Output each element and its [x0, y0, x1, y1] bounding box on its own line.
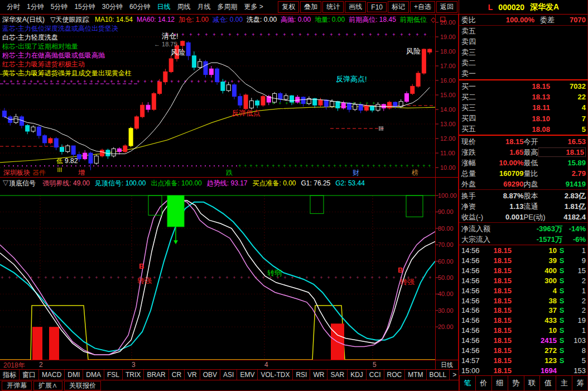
- tape-price: 18.15: [484, 366, 512, 375]
- menu-period-更多 >[interactable]: 更多 >: [244, 2, 263, 12]
- sub-indicator-name[interactable]: ▽顶底信号: [2, 179, 36, 187]
- sub-field-1: 见顶信号: 100.00: [95, 179, 146, 187]
- rp-tab-筹[interactable]: 筹: [572, 376, 588, 390]
- ticker-item-4: 财: [353, 168, 359, 178]
- tape-side: S: [557, 287, 567, 295]
- indicator-VOL-TDX[interactable]: VOL-TDX: [258, 370, 293, 380]
- indicator-WR[interactable]: WR: [310, 370, 327, 380]
- indicator-DMA[interactable]: DMA: [83, 370, 104, 380]
- sub-indicator-chart[interactable]: 100.0090.0080.0070.0060.0050.0040.0030.0…: [0, 188, 459, 360]
- indicator-CCI[interactable]: CCI: [367, 370, 384, 380]
- ticker-item-3: 跌: [226, 168, 233, 178]
- plot-right-border: [435, 15, 436, 370]
- svg-text:+: +: [327, 275, 330, 280]
- indicator-SAR[interactable]: SAR: [327, 370, 348, 380]
- tape-price: 18.15: [484, 356, 512, 365]
- menu-period-日线[interactable]: 日线: [157, 2, 170, 12]
- tape-count: 5: [567, 356, 586, 365]
- toolbar-button-复权[interactable]: 复权: [278, 1, 299, 13]
- menu-period-1分钟[interactable]: 1分钟: [27, 2, 44, 12]
- buy-label-3: 买三: [461, 103, 484, 113]
- svg-text:100.00: 100.00: [438, 192, 457, 199]
- tape-count: 19: [567, 316, 586, 325]
- rp-tab-值[interactable]: 值: [539, 376, 556, 390]
- indicator-VR[interactable]: VR: [185, 370, 200, 380]
- status-button-开弹幕[interactable]: 开弹幕: [2, 381, 32, 390]
- weibi-values: 委比100.00%委差7070: [459, 15, 588, 25]
- tape-side: S: [557, 266, 567, 275]
- status-button-关联报价[interactable]: 关联报价: [64, 381, 101, 390]
- tape-count: 9: [567, 256, 586, 265]
- tape-price: 18.15: [484, 297, 512, 305]
- indicator-BRAR[interactable]: BRAR: [144, 370, 168, 380]
- svg-text:+: +: [320, 275, 322, 280]
- svg-text:+: +: [220, 32, 223, 37]
- indicator->[interactable]: >: [450, 370, 459, 380]
- rp-tab-势[interactable]: 势: [508, 376, 524, 390]
- svg-text:+: +: [305, 163, 308, 169]
- tape-count: 15: [567, 266, 586, 275]
- menu-period-月线[interactable]: 月线: [197, 2, 210, 12]
- legend-line-0: 蓝芯-主力低位深度洗盘或高位出货坚决: [2, 24, 132, 33]
- indicator-KDJ[interactable]: KDJ: [348, 370, 367, 380]
- svg-text:+: +: [275, 32, 278, 37]
- svg-text:+: +: [36, 79, 39, 84]
- svg-text:转强: 转强: [137, 276, 152, 285]
- tape-time: 14:56: [461, 326, 484, 335]
- indicator-ROC[interactable]: ROC: [384, 370, 406, 380]
- rp-tab-价[interactable]: 价: [475, 376, 491, 390]
- menu-period-5分钟[interactable]: 5分钟: [51, 2, 68, 12]
- menu-period-分时[interactable]: 分时: [7, 2, 20, 12]
- buy-vol-2: 22: [550, 93, 586, 101]
- indicator-OBV[interactable]: OBV: [200, 370, 220, 380]
- svg-text:+: +: [422, 163, 425, 169]
- flow-row-0: 净流入额-3963万-14%: [459, 223, 588, 234]
- indicator-EMV[interactable]: EMV: [237, 370, 258, 380]
- menu-period-60分钟[interactable]: 60分钟: [129, 2, 150, 12]
- toolbar-button-叠加[interactable]: 叠加: [300, 1, 321, 13]
- toolbar-button-统计[interactable]: 统计: [322, 1, 344, 13]
- rp-tab-细[interactable]: 细: [491, 376, 508, 390]
- indicator-窗口[interactable]: 窗口: [20, 370, 39, 380]
- menu-period-30分钟[interactable]: 30分钟: [102, 2, 123, 12]
- toolbar-button-返回[interactable]: 返回: [436, 1, 457, 13]
- toolbar-button-标记[interactable]: 标记: [388, 1, 409, 13]
- fund-value-净资: 1.13: [476, 202, 524, 211]
- tape-price: 18.15: [484, 246, 512, 255]
- rp-sep-6: [459, 245, 588, 245]
- toolbar-button-+自选[interactable]: +自选: [410, 1, 435, 13]
- x-axis: 2018年 2345: [0, 361, 459, 369]
- indicator-MACD[interactable]: MACD: [39, 370, 65, 380]
- indicator-RSI[interactable]: RSI: [293, 370, 310, 380]
- svg-text:+: +: [225, 275, 228, 280]
- svg-text:+: +: [8, 275, 11, 280]
- indicator-BOLL[interactable]: BOLL: [427, 370, 450, 380]
- info-value-量比: 2.79: [538, 169, 586, 178]
- menu-period-多周期[interactable]: 多周期: [217, 2, 237, 12]
- indicator-指标[interactable]: 指标: [0, 370, 20, 380]
- period-label[interactable]: 日线: [436, 360, 458, 369]
- indicator-DMI[interactable]: DMI: [65, 370, 83, 380]
- rp-tab-笔[interactable]: 笔: [459, 376, 475, 390]
- rp-tab-联[interactable]: 联: [524, 376, 540, 390]
- status-button-扩展∧[interactable]: 扩展∧: [33, 381, 62, 390]
- overlay-indicator-name[interactable]: ▽天使眼跟踪: [50, 16, 89, 23]
- tape-row-7: 14:5618.15433S19: [459, 316, 588, 326]
- menu-period-15分钟[interactable]: 15分钟: [74, 2, 95, 12]
- tape-volume: 10: [512, 246, 557, 255]
- toolbar-buttons: 复权叠加统计画线F10标记+自选返回: [277, 1, 459, 13]
- info-label-总量: 总量: [461, 169, 476, 179]
- menu-period-周线[interactable]: 周线: [177, 2, 190, 12]
- svg-text:+: +: [124, 275, 127, 280]
- toolbar-button-画线[interactable]: 画线: [345, 1, 366, 13]
- toolbar-button-F10[interactable]: F10: [367, 2, 387, 12]
- rp-tab-主[interactable]: 主: [556, 376, 572, 390]
- indicator-TRIX[interactable]: TRIX: [123, 370, 144, 380]
- indicator-FSL[interactable]: FSL: [104, 370, 123, 380]
- indicator-CR[interactable]: CR: [169, 370, 185, 380]
- indicator-ASI[interactable]: ASI: [220, 370, 237, 380]
- svg-text:+: +: [314, 32, 317, 37]
- flow-value-0: -3963万: [500, 224, 562, 234]
- svg-text:+: +: [400, 32, 403, 37]
- indicator-MTM[interactable]: MTM: [405, 370, 426, 380]
